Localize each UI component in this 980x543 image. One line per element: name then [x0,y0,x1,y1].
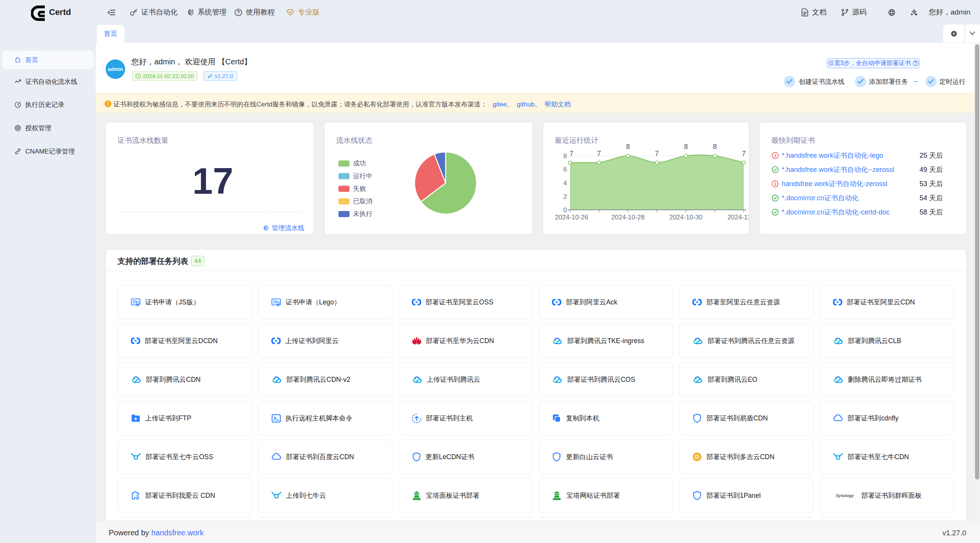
svg-text:2024-10-26: 2024-10-26 [555,214,588,221]
svg-text:7: 7 [655,150,659,157]
svg-text:2024-10-30: 2024-10-30 [669,214,702,221]
svg-text:2024-11-01: 2024-11-01 [727,214,749,221]
svg-text:7: 7 [742,150,746,157]
svg-text:2: 2 [564,193,567,200]
svg-text:D: D [695,453,699,460]
svg-text:7: 7 [597,150,601,157]
svg-text:0: 0 [564,206,567,214]
svg-text:6: 6 [564,166,567,173]
svg-text:8: 8 [684,143,688,150]
svg-text:8: 8 [626,143,630,150]
svg-text:Synology: Synology [836,493,854,498]
svg-text:4: 4 [564,180,567,187]
svg-text:8: 8 [713,143,717,150]
svg-text:2024-10-28: 2024-10-28 [611,214,645,221]
svg-text:8: 8 [564,152,567,160]
svg-text:7: 7 [570,150,573,157]
